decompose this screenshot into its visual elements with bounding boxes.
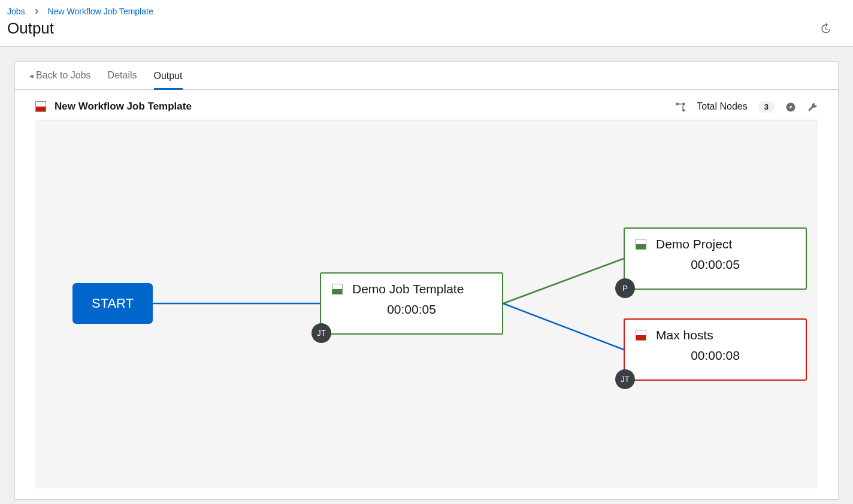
- workflow-canvas[interactable]: START Demo Job Template 00:00:05 JT Demo: [35, 120, 818, 488]
- history-icon[interactable]: [819, 23, 831, 35]
- breadcrumb: Jobs New Workflow Job Template: [7, 6, 843, 17]
- svg-line-5: [503, 259, 624, 303]
- workflow-graph-icon[interactable]: [675, 101, 686, 113]
- chevron-right-icon: [32, 7, 40, 16]
- total-nodes-count: 3: [758, 101, 775, 113]
- node-title: Demo Project: [656, 237, 732, 251]
- page-title: Output: [7, 19, 54, 38]
- svg-line-6: [503, 303, 624, 350]
- compass-icon[interactable]: [785, 101, 796, 113]
- workflow-name: New Workflow Job Template: [55, 101, 192, 113]
- breadcrumb-jobs[interactable]: Jobs: [7, 7, 25, 16]
- svg-point-1: [682, 102, 685, 105]
- wrench-icon[interactable]: [807, 101, 818, 113]
- node-type-badge: JT: [311, 323, 331, 343]
- status-failed-icon: [636, 330, 646, 341]
- node-type-badge: P: [615, 278, 635, 298]
- tab-output[interactable]: Output: [154, 62, 183, 90]
- workflow-node-demo-project[interactable]: Demo Project 00:00:05 P: [624, 227, 807, 290]
- status-success-icon: [636, 239, 646, 250]
- workflow-start-node[interactable]: START: [72, 283, 153, 324]
- back-to-jobs-link[interactable]: Back to Jobs: [29, 62, 91, 89]
- node-elapsed: 00:00:05: [332, 302, 491, 317]
- workflow-node-max-hosts[interactable]: Max hosts 00:00:08 JT: [624, 318, 807, 381]
- node-title: Max hosts: [656, 328, 713, 342]
- node-elapsed: 00:00:08: [636, 348, 795, 363]
- svg-point-2: [682, 109, 685, 112]
- breadcrumb-template[interactable]: New Workflow Job Template: [48, 7, 153, 16]
- node-title: Demo Job Template: [352, 282, 464, 296]
- status-failed-icon: [35, 101, 46, 112]
- workflow-node-demo-job-template[interactable]: Demo Job Template 00:00:05 JT: [320, 272, 503, 335]
- node-elapsed: 00:00:05: [636, 257, 795, 272]
- total-nodes-label: Total Nodes: [697, 101, 748, 112]
- status-success-icon: [332, 284, 343, 294]
- tab-details[interactable]: Details: [108, 62, 137, 89]
- node-type-badge: JT: [615, 369, 635, 389]
- start-label: START: [92, 296, 134, 311]
